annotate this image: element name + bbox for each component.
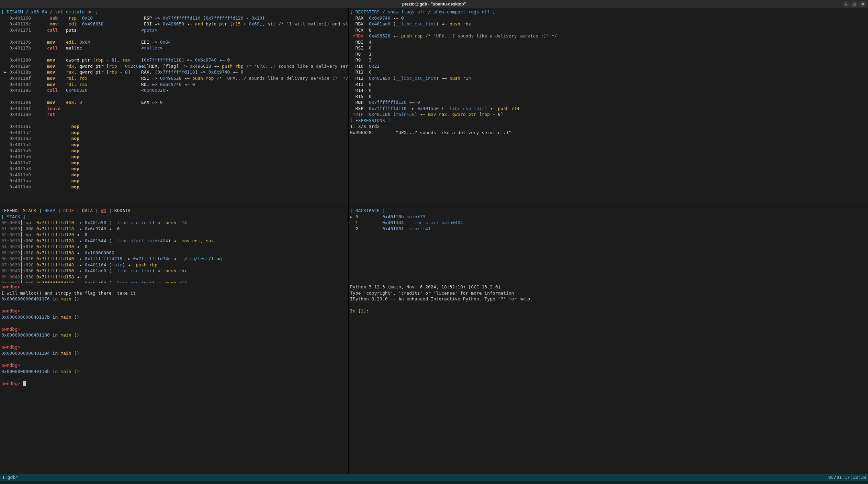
prompt-pane[interactable]: pwndbg> I will malloc() and strcpy the f… xyxy=(0,283,349,474)
minimize-icon[interactable]: – xyxy=(843,1,849,7)
stack-header: [ STACK ] xyxy=(1,214,347,220)
expr-line-2: 0x496628: "UPX...? sounds like a deliver… xyxy=(350,130,866,136)
stack-content: 00:0000│rsp 0x7fffffffd110 —▸ 0x401a50 (… xyxy=(1,220,347,283)
expr-header: [ EXPRESSIONS ] xyxy=(350,118,866,124)
titlebar: prezto:1:gdb - "ubuntu-desktop" – □ ✕ xyxy=(0,0,868,8)
maximize-icon[interactable]: □ xyxy=(851,1,858,7)
statusbar: 1:gdb* 05/01 17:18:18 xyxy=(0,474,868,481)
prompt-content[interactable]: pwndbg> I will malloc() and strcpy the f… xyxy=(1,284,347,386)
regs-header: [ REGISTERS / show-flags off / show-comp… xyxy=(350,9,866,15)
legend: LEGEND: STACK | HEAP | CODE | DATA | WX … xyxy=(1,208,347,214)
ipython-content[interactable]: Python 3.12.3 (main, Nov 6 2024, 18:32:1… xyxy=(350,284,866,314)
ipython-pane[interactable]: Python 3.12.3 (main, Nov 6 2024, 18:32:1… xyxy=(349,283,868,474)
close-icon[interactable]: ✕ xyxy=(859,1,866,7)
bt-content: ► 0 0x40118b main+39 1 0x401344 __libc_s… xyxy=(350,214,866,232)
status-left: 1:gdb* xyxy=(2,474,18,481)
disasm-content: [ DISASM / x86-64 / set emulate on ] 0x4… xyxy=(1,9,347,190)
disasm-pane: [ DISASM / x86-64 / set emulate on ] 0x4… xyxy=(0,8,349,207)
window-title: prezto:1:gdb - "ubuntu-desktop" xyxy=(402,1,466,7)
stack-pane: LEGEND: STACK | HEAP | CODE | DATA | WX … xyxy=(0,207,349,283)
status-right: 05/01 17:18:18 xyxy=(828,474,866,481)
registers-pane: [ REGISTERS / show-flags off / show-comp… xyxy=(349,8,868,207)
backtrace-pane-cell: [ BACKTRACE ]► 0 0x40118b main+39 1 0x40… xyxy=(349,207,868,283)
regs-content: RAX 0x6c9740 ◂— 0 RBX 0x401ae0 (__libc_c… xyxy=(350,15,866,118)
bt-header: [ BACKTRACE ] xyxy=(350,208,866,214)
expr-line-1: 1: x/s $rdx xyxy=(350,123,866,130)
